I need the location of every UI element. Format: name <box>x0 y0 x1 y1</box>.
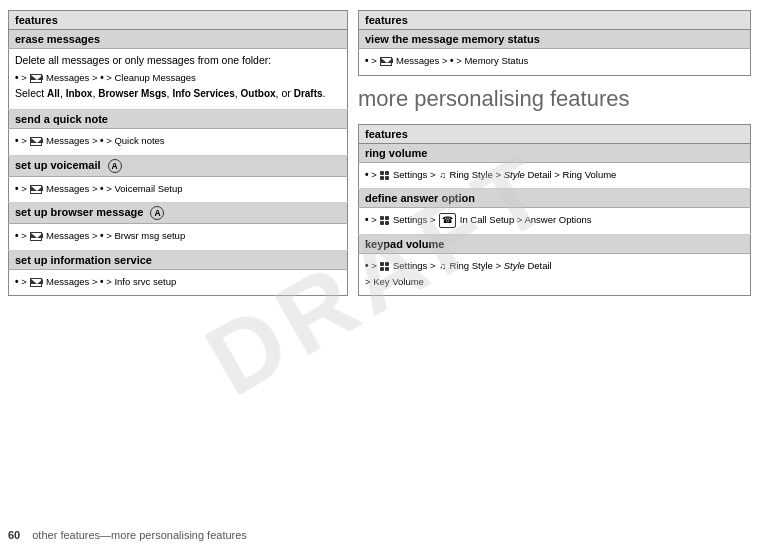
ring-style-icon: ♫ <box>439 169 446 182</box>
table-row: • > Messages > • > Voicemail Setup <box>9 176 348 203</box>
top-right-section: features view the message memory status … <box>358 10 751 76</box>
browser-msg-content: • > Messages > • > Brwsr msg setup <box>9 224 348 251</box>
style-italic: Style <box>504 260 525 271</box>
page-footer: 60 other features—more personalising fea… <box>0 525 759 547</box>
table-row: erase messages <box>9 30 348 49</box>
table-row: ring volume <box>359 143 751 162</box>
nav-text: Messages > <box>46 72 98 83</box>
right-bottom-table: features ring volume • > Settings > ♫ Ri… <box>358 124 751 296</box>
table-row: Delete all messages or only messages fro… <box>9 49 348 110</box>
table-header-row: features <box>359 11 751 30</box>
messages-icon <box>30 137 42 146</box>
section-text: set up voicemail <box>15 159 101 171</box>
section-label: set up voicemail A <box>9 155 348 176</box>
table-row: set up voicemail A <box>9 155 348 176</box>
section-label: view the message memory status <box>359 30 751 49</box>
answer-option-content: • > Settings > ☎ In Call Setup > Answer … <box>359 208 751 235</box>
table-row: define answer option <box>359 189 751 208</box>
nav-bullet: • <box>365 169 369 180</box>
ring-volume-content: • > Settings > ♫ Ring Style > Style Deta… <box>359 162 751 189</box>
option-inbox: Inbox <box>66 88 93 99</box>
right-top-header: features <box>359 11 751 30</box>
option-outbox: Outbox <box>241 88 276 99</box>
info-service-content: • > Messages > • > Info srvc setup <box>9 269 348 296</box>
page-layout: features erase messages Delete all messa… <box>0 0 759 525</box>
memory-status-content: • > Messages > • > Memory Status <box>359 49 751 76</box>
section-label: set up browser message A <box>9 203 348 224</box>
nav-bullet: • <box>365 214 369 225</box>
section-label: erase messages <box>9 30 348 49</box>
section-text: set up browser message <box>15 206 143 218</box>
table-row: • > Settings > ♫ Ring Style > Style Deta… <box>359 254 751 296</box>
badge-a: A <box>108 159 122 173</box>
main-heading: more personalising features <box>358 86 751 112</box>
erase-messages-content: Delete all messages or only messages fro… <box>9 49 348 110</box>
ring-style-icon: ♫ <box>439 260 446 273</box>
voicemail-nav: • > Messages > • > Voicemail Setup <box>15 183 183 194</box>
table-row: • > Messages > • > Quick notes <box>9 129 348 156</box>
messages-icon <box>30 232 42 241</box>
ring-volume-nav: • > Settings > ♫ Ring Style > Style Deta… <box>365 169 616 180</box>
nav-arrow: > Cleanup Messages <box>104 72 196 83</box>
table-row: • > Messages > • > Info srvc setup <box>9 269 348 296</box>
messages-icon <box>30 74 42 83</box>
nav-bullet: • <box>100 276 104 287</box>
table-row: • > Settings > ♫ Ring Style > Style Deta… <box>359 162 751 189</box>
right-column: features view the message memory status … <box>358 10 751 525</box>
settings-icon <box>380 171 389 180</box>
nav-bullet: • <box>100 230 104 241</box>
badge-a: A <box>150 206 164 220</box>
messages-icon <box>380 57 392 66</box>
left-feature-table: features erase messages Delete all messa… <box>8 10 348 296</box>
nav-bullet: • <box>100 183 104 194</box>
left-column: features erase messages Delete all messa… <box>8 10 348 525</box>
section-label: keypad volume <box>359 235 751 254</box>
option-info: Info Services <box>172 88 234 99</box>
answer-option-nav: • > Settings > ☎ In Call Setup > Answer … <box>365 214 592 225</box>
messages-icon <box>30 278 42 287</box>
table-row: keypad volume <box>359 235 751 254</box>
section-label: set up information service <box>9 250 348 269</box>
table-row: set up browser message A <box>9 203 348 224</box>
nav-bullet: • <box>15 230 19 241</box>
table-row: send a quick note <box>9 110 348 129</box>
table-header-row: features <box>9 11 348 30</box>
option-browser: Browser Msgs <box>98 88 166 99</box>
footer-text: other features—more personalising featur… <box>32 529 247 541</box>
section-label: send a quick note <box>9 110 348 129</box>
section-label: ring volume <box>359 143 751 162</box>
table-row: • > Messages > • > Memory Status <box>359 49 751 76</box>
quick-note-content: • > Messages > • > Quick notes <box>9 129 348 156</box>
table-row: • > Settings > ☎ In Call Setup > Answer … <box>359 208 751 235</box>
memory-status-nav: • > Messages > • > Memory Status <box>365 55 528 66</box>
nav-bullet: • <box>15 276 19 287</box>
nav-bullet: • <box>450 55 454 66</box>
keypad-volume-content: • > Settings > ♫ Ring Style > Style Deta… <box>359 254 751 296</box>
nav-arrow: > <box>19 72 30 83</box>
voicemail-content: • > Messages > • > Voicemail Setup <box>9 176 348 203</box>
erase-options: Select All, Inbox, Browser Msgs, Info Se… <box>15 86 341 102</box>
table-row: set up information service <box>9 250 348 269</box>
quick-note-nav: • > Messages > • > Quick notes <box>15 135 165 146</box>
nav-bullet: • <box>365 55 369 66</box>
erase-desc: Delete all messages or only messages fro… <box>15 53 341 68</box>
table-row: view the message memory status <box>359 30 751 49</box>
section-label: define answer option <box>359 189 751 208</box>
browser-msg-nav: • > Messages > • > Brwsr msg setup <box>15 230 185 241</box>
keypad-volume-nav: • > Settings > ♫ Ring Style > Style Deta… <box>365 260 552 287</box>
option-all: All <box>47 88 60 99</box>
nav-bullet: • <box>365 260 369 271</box>
right-bottom-header: features <box>359 124 751 143</box>
left-table-header: features <box>9 11 348 30</box>
nav-bullet: • <box>15 135 19 146</box>
settings-icon <box>380 216 389 225</box>
table-header-row: features <box>359 124 751 143</box>
table-row: • > Messages > • > Brwsr msg setup <box>9 224 348 251</box>
right-top-table: features view the message memory status … <box>358 10 751 76</box>
info-service-nav: • > Messages > • > Info srvc setup <box>15 276 176 287</box>
settings-icon <box>380 262 389 271</box>
erase-nav: • > Messages > • > Cleanup Messages <box>15 72 196 83</box>
style-italic: Style <box>504 169 525 180</box>
nav-bullet: • <box>15 183 19 194</box>
page-number: 60 <box>8 529 20 541</box>
